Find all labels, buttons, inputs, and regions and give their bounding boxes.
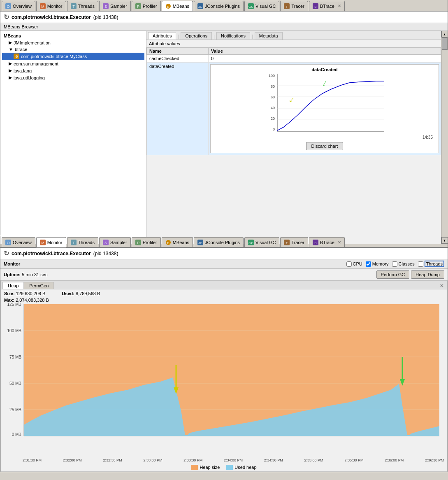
classes-checkbox[interactable] [392,261,397,267]
cpu-checkbox[interactable] [346,261,352,267]
heap-section: Heap PermGen ✕ Size: 129,630,208 B Used:… [0,280,448,472]
svg-text:B: B [167,241,169,245]
uptime-label: Uptime: [4,272,21,277]
heap-dump-button[interactable]: Heap Dump [411,270,444,279]
threads-checkbox-item: Threads [418,261,444,267]
svg-text:0 MB: 0 MB [12,432,22,437]
tree-btrace[interactable]: ▼ btrace [2,46,144,53]
used-stat: Used: 8,789,568 B [62,291,100,296]
attr-content: Attribute values Name Value cacheChecked… [146,40,441,244]
cpu-label: CPU [353,261,362,266]
table-row-datacreated[interactable]: dataCreated dataCreated 100 [147,63,441,155]
svg-text:M: M [41,241,44,245]
bottom-tab-mbeans[interactable]: B MBeans [162,237,193,247]
attr-scrollbar[interactable]: ▲ ▼ [441,31,448,244]
heap-tab-permgen[interactable]: PermGen [24,282,54,289]
jconsole-icon: JC [197,3,203,9]
tab-monitor[interactable]: M Monitor [36,1,66,11]
memory-checkbox[interactable] [366,261,371,267]
bottom-tab-sampler[interactable]: S Sampler [99,237,131,247]
attr-name-datacreated: dataCreated [147,63,209,155]
monitor-label: Monitor [4,261,20,266]
bottom-title: com.piotrnowicki.btrace.Executor [12,251,91,256]
attr-tab-sep2: | [212,32,216,40]
tree-myclass[interactable]: ⚙ com.piotrnowicki.btrace.MyClass [2,53,144,60]
svg-text:75 MB: 75 MB [9,355,21,359]
heap-section-close[interactable]: ✕ [438,283,446,289]
attr-tab-metadata[interactable]: Metadata [255,32,283,40]
col-header-name: Name [147,48,209,55]
attr-tab-attributes[interactable]: Attributes [148,32,176,40]
bottom-tab-jconsole[interactable]: JC JConsole Plugins [194,237,244,247]
tab-profiler[interactable]: P Profiler [132,1,161,11]
heap-tab-heap[interactable]: Heap [2,282,24,289]
visualgc-icon: GC [248,3,254,9]
tab-btrace-close[interactable]: ✕ [338,4,341,8]
tab-threads[interactable]: T Threads [67,1,98,11]
uptime-display: Uptime: 5 min 31 sec [4,272,47,277]
bottom-tab-overview[interactable]: O Overview [2,237,35,247]
scroll-track[interactable] [441,37,448,237]
mbeans-tree-header: MBeans [2,33,144,39]
bottom-refresh-icon[interactable]: ↻ [4,249,9,257]
monitor-checkboxes: CPU Memory Classes Threads [346,261,444,267]
bottom-sampler-icon: S [103,240,109,245]
threads-icon: T [71,3,77,9]
threads-checkbox[interactable] [418,261,423,267]
svg-text:GC: GC [248,241,253,245]
tab-sampler[interactable]: S Sampler [99,1,131,11]
table-row[interactable]: cacheChecked 0 [147,55,441,63]
svg-text:S: S [104,5,107,9]
svg-text:O: O [7,5,9,9]
bottom-tab-threads[interactable]: T Threads [67,237,98,247]
tab-visualgc[interactable]: GC Visual GC [244,1,279,11]
uptime-value: 5 min 31 sec [22,272,47,277]
svg-text:JC: JC [198,5,202,9]
tab-tracer[interactable]: T Tracer [280,1,308,11]
perform-gc-button[interactable]: Perform GC [376,270,410,279]
discard-chart-button[interactable]: Discard chart [306,142,344,150]
bottom-tab-btrace-close[interactable]: ✕ [338,240,341,245]
tree-java-lang[interactable]: ▶ java.lang [2,67,144,74]
top-subtitle: MBeans Browser [0,23,448,31]
bottom-tab-visualgc[interactable]: GC Visual GC [244,237,279,247]
bottom-pid: (pid 13438) [93,251,118,256]
scroll-down-btn[interactable]: ▼ [441,237,448,244]
memory-label: Memory [372,261,389,266]
heap-size-color [191,465,198,470]
bottom-tab-profiler[interactable]: P Profiler [132,237,161,247]
attr-tab-operations[interactable]: Operations [181,32,212,40]
tab-overview[interactable]: O Overview [2,1,35,11]
svg-text:T: T [72,5,75,9]
bottom-tab-monitor[interactable]: M Monitor [36,237,66,247]
svg-text:GC: GC [248,5,253,9]
overview-icon: O [5,3,11,9]
tree-jmimplementation[interactable]: ▶ JMImplementation [2,39,144,46]
svg-text:25 MB: 25 MB [9,408,21,412]
attr-values-label: Attribute values [146,40,441,47]
bottom-overview-icon: O [5,240,11,245]
tab-btrace[interactable]: B BTrace ✕ [309,1,345,11]
scroll-up-btn[interactable]: ▲ [441,31,448,37]
svg-text:M: M [41,5,44,9]
attr-name-cache: cacheChecked [147,55,209,63]
scroll-thumb[interactable] [442,37,448,50]
bottom-tab-tracer[interactable]: T Tracer [280,237,308,247]
refresh-icon[interactable]: ↻ [4,13,9,21]
attr-tab-notifications[interactable]: Notifications [216,32,250,40]
svg-text:B: B [314,5,316,9]
heap-chart-svg: 125 MB 100 MB 75 MB 50 MB 25 MB 0 MB [4,303,442,456]
bottom-window: O Overview M Monitor T Threads S Sampler… [0,236,448,472]
memory-checkbox-item: Memory [366,261,389,267]
bottom-threads-icon: T [71,240,77,245]
tab-jconsole[interactable]: JC JConsole Plugins [194,1,244,11]
bottom-profiler-icon: P [135,240,141,245]
classes-label: Classes [399,261,415,266]
attr-tab-sep1: | [176,32,181,40]
tab-mbeans[interactable]: B MBeans [162,1,193,11]
threads-label: Threads [425,261,444,267]
used-heap-color [226,465,233,470]
tree-sun-management[interactable]: ▶ com.sun.management [2,60,144,67]
bottom-tab-btrace[interactable]: B BTrace ✕ [309,237,345,247]
tree-java-util-logging[interactable]: ▶ java.util.logging [2,74,144,81]
